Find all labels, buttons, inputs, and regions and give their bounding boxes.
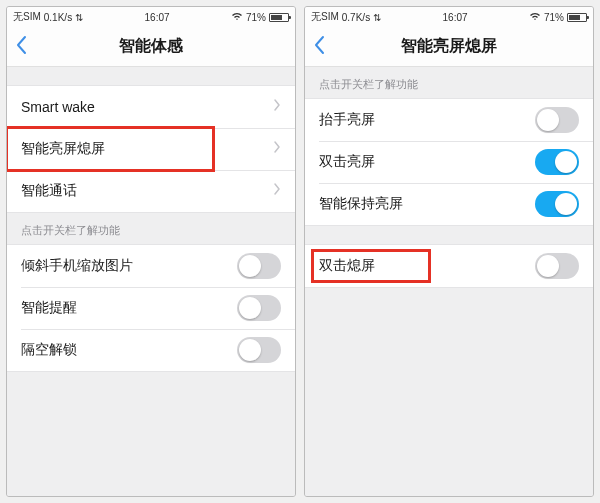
back-icon[interactable] (15, 35, 27, 59)
battery-pct: 71% (544, 12, 564, 23)
statusbar: 无SIM 0.7K/s ⇅ 16:07 71% (305, 7, 593, 27)
toggle-switch[interactable] (535, 253, 579, 279)
settings-row[interactable]: 抬手亮屏 (305, 99, 593, 141)
navbar: 智能亮屏熄屏 (305, 27, 593, 67)
net-speed: 0.1K/s (44, 12, 72, 23)
settings-row[interactable]: 智能提醒 (7, 287, 295, 329)
nav-group: Smart wake智能亮屏熄屏智能通话 (7, 85, 295, 213)
settings-row-label: 隔空解锁 (21, 341, 77, 359)
phone-left: 无SIM 0.1K/s ⇅ 16:07 71% 智能体感 Smart wake智… (6, 6, 296, 497)
phone-right: 无SIM 0.7K/s ⇅ 16:07 71% 智能亮屏熄屏 点击开关栏了解功能… (304, 6, 594, 497)
net-speed: 0.7K/s (342, 12, 370, 23)
chevron-right-icon (273, 98, 281, 116)
page-title: 智能体感 (119, 36, 183, 57)
sim-status: 无SIM (311, 10, 339, 24)
navbar: 智能体感 (7, 27, 295, 67)
settings-row[interactable]: 双击亮屏 (305, 141, 593, 183)
settings-row-label: 倾斜手机缩放图片 (21, 257, 133, 275)
chevron-right-icon (273, 182, 281, 200)
settings-row[interactable]: 隔空解锁 (7, 329, 295, 371)
back-icon[interactable] (313, 35, 325, 59)
settings-row-label: 智能提醒 (21, 299, 77, 317)
toggle-switch[interactable] (535, 107, 579, 133)
toggle-switch[interactable] (237, 295, 281, 321)
clock: 16:07 (443, 12, 468, 23)
statusbar: 无SIM 0.1K/s ⇅ 16:07 71% (7, 7, 295, 27)
wifi-icon (529, 11, 541, 23)
settings-row[interactable]: 智能保持亮屏 (305, 183, 593, 225)
settings-row-label: 智能保持亮屏 (319, 195, 403, 213)
toggle-switch[interactable] (535, 191, 579, 217)
settings-row[interactable]: 智能亮屏熄屏 (7, 128, 295, 170)
settings-row[interactable]: 双击熄屏 (305, 245, 593, 287)
content: Smart wake智能亮屏熄屏智能通话 点击开关栏了解功能 倾斜手机缩放图片智… (7, 67, 295, 496)
chevron-right-icon (273, 140, 281, 158)
toggle-switch[interactable] (535, 149, 579, 175)
settings-row[interactable]: 倾斜手机缩放图片 (7, 245, 295, 287)
settings-row-label: 双击亮屏 (319, 153, 375, 171)
settings-row-label: 抬手亮屏 (319, 111, 375, 129)
battery-pct: 71% (246, 12, 266, 23)
settings-row-label: Smart wake (21, 99, 95, 115)
wifi-icon (231, 11, 243, 23)
toggle-switch[interactable] (237, 337, 281, 363)
settings-row-label: 智能亮屏熄屏 (21, 140, 105, 158)
section-hint: 点击开关栏了解功能 (305, 67, 593, 98)
settings-row-label: 双击熄屏 (319, 257, 375, 275)
settings-row[interactable]: Smart wake (7, 86, 295, 128)
battery-icon (567, 13, 587, 22)
data-icon: ⇅ (373, 12, 381, 23)
section-hint: 点击开关栏了解功能 (7, 213, 295, 244)
toggle-group-1: 抬手亮屏双击亮屏智能保持亮屏 (305, 98, 593, 226)
battery-icon (269, 13, 289, 22)
toggle-group: 倾斜手机缩放图片智能提醒隔空解锁 (7, 244, 295, 372)
content: 点击开关栏了解功能 抬手亮屏双击亮屏智能保持亮屏 双击熄屏 (305, 67, 593, 496)
settings-row[interactable]: 智能通话 (7, 170, 295, 212)
clock: 16:07 (145, 12, 170, 23)
settings-row-label: 智能通话 (21, 182, 77, 200)
toggle-switch[interactable] (237, 253, 281, 279)
data-icon: ⇅ (75, 12, 83, 23)
sim-status: 无SIM (13, 10, 41, 24)
page-title: 智能亮屏熄屏 (401, 36, 497, 57)
toggle-group-2: 双击熄屏 (305, 244, 593, 288)
